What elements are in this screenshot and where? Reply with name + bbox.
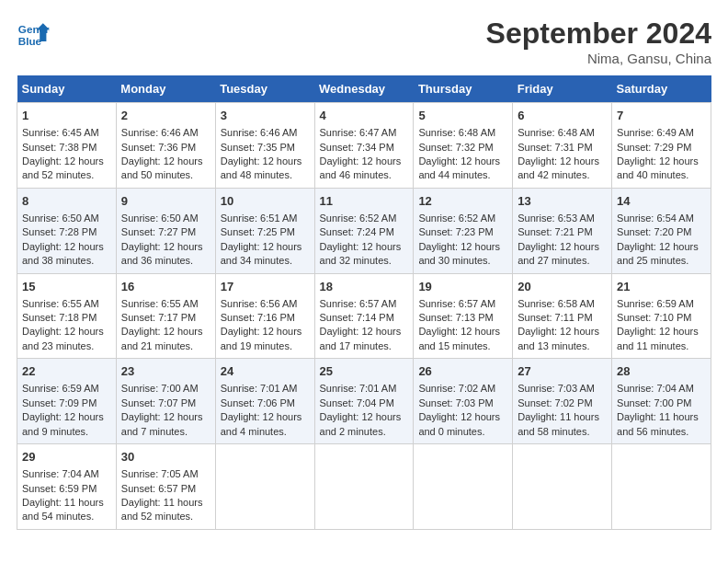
- day-info: Sunset: 7:23 PM: [418, 225, 507, 239]
- day-number: 12: [418, 193, 507, 210]
- day-info: Sunset: 7:11 PM: [518, 311, 607, 325]
- day-info: and 56 minutes.: [617, 425, 706, 439]
- day-info: Sunrise: 7:01 AM: [221, 382, 310, 396]
- calendar-cell-day-7: 7Sunrise: 6:49 AMSunset: 7:29 PMDaylight…: [612, 103, 711, 189]
- day-number: 24: [221, 363, 310, 380]
- day-info: Sunset: 6:59 PM: [22, 482, 111, 496]
- day-info: Sunset: 7:16 PM: [221, 311, 310, 325]
- day-info: Sunrise: 6:55 AM: [121, 297, 210, 311]
- day-info: Sunrise: 6:47 AM: [320, 126, 409, 140]
- day-info: Sunrise: 6:59 AM: [22, 382, 111, 396]
- calendar-cell-day-29: 29Sunrise: 7:04 AMSunset: 6:59 PMDayligh…: [17, 444, 117, 530]
- day-info: Sunset: 7:27 PM: [121, 225, 210, 239]
- empty-cell: [314, 444, 414, 530]
- day-info: and 25 minutes.: [617, 254, 706, 268]
- day-info: Sunset: 7:20 PM: [617, 225, 706, 239]
- day-info: Sunrise: 7:04 AM: [22, 467, 111, 481]
- day-info: Sunrise: 7:05 AM: [121, 467, 210, 481]
- day-info: and 38 minutes.: [22, 254, 111, 268]
- day-number: 2: [121, 108, 210, 124]
- day-number: 18: [320, 279, 409, 295]
- calendar-table: SundayMondayTuesdayWednesdayThursdayFrid…: [17, 75, 711, 530]
- weekday-header-sunday: Sunday: [17, 75, 117, 103]
- day-info: and 42 minutes.: [518, 168, 607, 182]
- weekday-header-friday: Friday: [513, 75, 612, 103]
- day-info: and 30 minutes.: [418, 254, 507, 268]
- day-info: Sunset: 7:21 PM: [518, 225, 607, 239]
- day-info: Sunrise: 6:52 AM: [418, 212, 507, 225]
- day-info: Sunset: 7:17 PM: [121, 311, 210, 325]
- day-info: and 17 minutes.: [320, 339, 409, 353]
- empty-cell: [215, 444, 314, 530]
- day-info: and 23 minutes.: [22, 339, 111, 353]
- day-info: Daylight: 12 hours: [320, 240, 409, 254]
- calendar-cell-day-16: 16Sunrise: 6:55 AMSunset: 7:17 PMDayligh…: [116, 273, 215, 359]
- day-number: 30: [121, 449, 210, 465]
- day-info: Sunset: 7:10 PM: [617, 311, 706, 325]
- day-info: Sunset: 7:03 PM: [418, 396, 507, 410]
- day-number: 13: [518, 193, 607, 210]
- day-number: 29: [22, 449, 111, 465]
- day-info: Daylight: 12 hours: [221, 240, 310, 254]
- day-info: Daylight: 12 hours: [518, 325, 607, 339]
- weekday-header-tuesday: Tuesday: [215, 75, 314, 103]
- day-number: 8: [22, 193, 111, 210]
- day-info: and 4 minutes.: [221, 425, 310, 439]
- day-info: Sunset: 7:38 PM: [22, 141, 111, 155]
- day-number: 25: [320, 363, 409, 380]
- day-info: and 27 minutes.: [518, 254, 607, 268]
- calendar-cell-day-15: 15Sunrise: 6:55 AMSunset: 7:18 PMDayligh…: [17, 273, 117, 359]
- day-info: Sunrise: 7:04 AM: [617, 382, 706, 396]
- day-info: Sunrise: 6:52 AM: [320, 212, 409, 225]
- day-info: Daylight: 12 hours: [418, 155, 507, 168]
- day-info: Daylight: 12 hours: [221, 325, 310, 339]
- day-info: Sunrise: 7:03 AM: [518, 382, 607, 396]
- day-number: 28: [617, 363, 706, 380]
- empty-cell: [414, 444, 513, 530]
- day-info: Sunset: 7:06 PM: [221, 396, 310, 410]
- calendar-cell-day-28: 28Sunrise: 7:04 AMSunset: 7:00 PMDayligh…: [612, 359, 711, 444]
- day-info: and 13 minutes.: [518, 339, 607, 353]
- day-info: Sunset: 7:36 PM: [121, 141, 210, 155]
- calendar-cell-day-3: 3Sunrise: 6:46 AMSunset: 7:35 PMDaylight…: [215, 103, 314, 189]
- day-info: Daylight: 12 hours: [617, 155, 706, 168]
- day-info: Daylight: 12 hours: [518, 240, 607, 254]
- day-info: Sunrise: 6:56 AM: [221, 297, 310, 311]
- day-info: Sunrise: 6:51 AM: [221, 212, 310, 225]
- calendar-cell-day-23: 23Sunrise: 7:00 AMSunset: 7:07 PMDayligh…: [116, 359, 215, 444]
- day-number: 9: [121, 193, 210, 210]
- day-info: and 21 minutes.: [121, 339, 210, 353]
- day-number: 14: [617, 193, 706, 210]
- day-info: Daylight: 12 hours: [320, 325, 409, 339]
- day-number: 23: [121, 363, 210, 380]
- weekday-header-saturday: Saturday: [612, 75, 711, 103]
- day-info: and 0 minutes.: [418, 425, 507, 439]
- calendar-cell-day-19: 19Sunrise: 6:57 AMSunset: 7:13 PMDayligh…: [414, 273, 513, 359]
- calendar-cell-day-14: 14Sunrise: 6:54 AMSunset: 7:20 PMDayligh…: [612, 188, 711, 273]
- day-info: Daylight: 12 hours: [320, 410, 409, 424]
- day-info: Sunrise: 6:54 AM: [617, 212, 706, 225]
- day-info: Sunset: 7:29 PM: [617, 141, 706, 155]
- weekday-header-thursday: Thursday: [414, 75, 513, 103]
- day-info: Daylight: 12 hours: [617, 240, 706, 254]
- calendar-cell-day-9: 9Sunrise: 6:50 AMSunset: 7:27 PMDaylight…: [116, 188, 215, 273]
- day-info: Daylight: 12 hours: [22, 325, 111, 339]
- calendar-cell-day-17: 17Sunrise: 6:56 AMSunset: 7:16 PMDayligh…: [215, 273, 314, 359]
- day-number: 21: [617, 279, 706, 295]
- day-info: Sunrise: 7:01 AM: [320, 382, 409, 396]
- calendar-cell-day-4: 4Sunrise: 6:47 AMSunset: 7:34 PMDaylight…: [314, 103, 414, 189]
- day-info: and 19 minutes.: [221, 339, 310, 353]
- day-info: and 34 minutes.: [221, 254, 310, 268]
- calendar-cell-day-12: 12Sunrise: 6:52 AMSunset: 7:23 PMDayligh…: [414, 188, 513, 273]
- calendar-cell-day-13: 13Sunrise: 6:53 AMSunset: 7:21 PMDayligh…: [513, 188, 612, 273]
- calendar-cell-day-2: 2Sunrise: 6:46 AMSunset: 7:36 PMDaylight…: [116, 103, 215, 189]
- day-info: Daylight: 12 hours: [121, 155, 210, 168]
- day-number: 3: [221, 108, 310, 124]
- day-info: and 48 minutes.: [221, 168, 310, 182]
- day-info: Daylight: 12 hours: [121, 240, 210, 254]
- day-info: Sunset: 7:31 PM: [518, 141, 607, 155]
- day-info: and 54 minutes.: [22, 510, 111, 523]
- location: Nima, Gansu, China: [486, 51, 711, 66]
- day-info: Daylight: 11 hours: [518, 410, 607, 424]
- day-info: Sunrise: 6:53 AM: [518, 212, 607, 225]
